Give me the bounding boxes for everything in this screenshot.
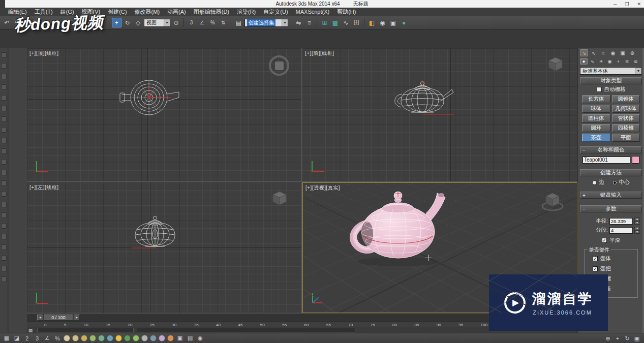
zoom-icon[interactable]: ⊕	[604, 334, 612, 342]
side-toolbar-icon[interactable]	[1, 244, 7, 250]
category-cameras-icon[interactable]: ◉	[606, 58, 614, 65]
side-toolbar-icon[interactable]	[1, 138, 7, 143]
viewcube-icon[interactable]	[541, 191, 564, 213]
side-toolbar-icon[interactable]	[1, 180, 7, 186]
isolate-selection-icon[interactable]: ▦	[3, 334, 11, 342]
snap-3d-icon[interactable]: 3	[33, 334, 41, 342]
shelf-tube-icon[interactable]	[98, 335, 105, 341]
tab-motion[interactable]: ◉	[609, 49, 617, 56]
part-body-checkbox[interactable]: ✓	[593, 256, 598, 261]
button-cylinder[interactable]: 圆柱体	[582, 114, 610, 122]
menu-animation[interactable]: 动画(A)	[167, 8, 186, 16]
viewport-label[interactable]: [+][透视][真实]	[305, 184, 340, 192]
rollout-header[interactable]: −参数	[580, 205, 642, 212]
tab-display[interactable]: ▣	[619, 49, 627, 56]
viewport-label[interactable]: [+][左][线框]	[29, 184, 59, 191]
rollout-header[interactable]: +键盘输入	[580, 192, 642, 199]
tab-modify[interactable]: ∿	[590, 49, 598, 56]
select-and-move-icon[interactable]: +	[112, 18, 121, 27]
tab-create[interactable]: ↘	[580, 49, 588, 56]
curve-editor-icon[interactable]: ∿	[341, 18, 351, 27]
viewcube-icon[interactable]	[271, 191, 288, 208]
pan-icon[interactable]: +	[614, 334, 622, 342]
side-toolbar-icon[interactable]	[1, 52, 7, 58]
side-toolbar-icon[interactable]	[1, 223, 7, 229]
named-selection-sets-dropdown[interactable]: 创建选择集 ▼	[244, 19, 288, 27]
autogrid-checkbox[interactable]	[597, 87, 602, 92]
render-production-icon[interactable]: ●	[399, 18, 409, 27]
category-lights-icon[interactable]: ☀	[597, 58, 605, 65]
teapot-object[interactable]	[393, 80, 457, 118]
render-setup-icon[interactable]: ◉	[378, 18, 387, 27]
side-toolbar-icon[interactable]	[1, 266, 7, 271]
spinner-snap-icon[interactable]: ⇅	[219, 18, 228, 27]
primitive-category-dropdown[interactable]: 标准基本体 ▼	[580, 67, 642, 75]
button-plane[interactable]: 平面	[612, 134, 640, 142]
menu-create[interactable]: 创建(C)	[108, 8, 127, 16]
radio-edge[interactable]: 边	[592, 179, 604, 186]
side-toolbar-icon[interactable]	[1, 116, 7, 122]
shelf-water-icon[interactable]	[150, 335, 157, 341]
side-toolbar-icon[interactable]	[1, 63, 7, 69]
shelf-teapot-icon[interactable]	[167, 335, 174, 341]
side-toolbar-icon[interactable]	[1, 234, 7, 239]
side-toolbar-icon[interactable]	[1, 106, 7, 111]
angle-snap-icon[interactable]: ∠	[197, 18, 207, 27]
schematic-view-icon[interactable]: 田	[352, 18, 361, 27]
menu-help[interactable]: 帮助(H)	[337, 8, 356, 16]
shelf-cylinder-icon[interactable]	[89, 335, 96, 341]
snap-2d-icon[interactable]: 2	[23, 334, 31, 342]
tab-utilities[interactable]: ⊛	[628, 49, 636, 56]
shelf-tree-icon[interactable]	[124, 335, 131, 341]
viewcube-icon[interactable]	[269, 55, 289, 76]
maximize-viewport-icon[interactable]: ▣	[633, 334, 641, 342]
app-menu-stub[interactable]	[0, 0, 5, 8]
viewport-label[interactable]: [+][前][线框]	[305, 50, 334, 57]
keyboard-entry-icon[interactable]: ▤	[186, 334, 194, 342]
menu-maxscript[interactable]: MAXScript(X)	[296, 9, 330, 15]
side-toolbar-icon[interactable]	[1, 191, 7, 197]
next-frame-button[interactable]: ▸	[74, 315, 80, 321]
side-toolbar-icon[interactable]	[1, 148, 7, 154]
rollout-header[interactable]: −名称和颜色	[580, 146, 642, 153]
orbit-icon[interactable]: ↻	[623, 334, 631, 342]
lock-selection-icon[interactable]: ◪	[13, 334, 21, 342]
button-sphere[interactable]: 球体	[582, 105, 610, 113]
button-geosphere[interactable]: 几何球体	[612, 105, 640, 113]
angle-snap-icon[interactable]: ∠	[43, 334, 51, 342]
previous-frame-button[interactable]: ◂	[37, 315, 43, 321]
shelf-geosphere-icon[interactable]	[81, 335, 87, 341]
maximize-button[interactable]: ❐	[625, 2, 629, 7]
radio-center[interactable]: 中心	[612, 179, 630, 186]
percent-snap-icon[interactable]: %	[208, 18, 218, 27]
button-box[interactable]: 长方体	[582, 95, 610, 103]
category-systems-icon[interactable]: ⊚	[632, 58, 639, 65]
category-geometry-icon[interactable]: ●	[580, 58, 588, 65]
category-helpers-icon[interactable]: +	[615, 58, 622, 65]
button-tube[interactable]: 管状体	[612, 114, 640, 122]
button-teapot[interactable]: 茶壶	[582, 134, 610, 142]
undo-icon[interactable]: ↶	[2, 18, 12, 27]
percent-snap-icon[interactable]: %	[53, 334, 62, 342]
side-toolbar-icon[interactable]	[1, 127, 7, 133]
edit-named-sets-icon[interactable]: ▤	[234, 18, 243, 27]
shelf-cone-icon[interactable]	[72, 335, 79, 341]
layer-manager-icon[interactable]: ⊞	[320, 18, 329, 27]
shelf-flower-icon[interactable]	[159, 335, 165, 341]
side-toolbar-icon[interactable]	[1, 74, 7, 79]
viewport-label[interactable]: [+][顶][线框]	[29, 50, 59, 57]
display-panel-icon[interactable]: ▣	[176, 334, 184, 342]
viewport-front[interactable]: [+][前][线框]	[302, 48, 577, 181]
graphite-ribbon-icon[interactable]: ▩	[330, 18, 340, 27]
side-toolbar-icon[interactable]	[1, 255, 7, 261]
rendered-frame-icon[interactable]: ▣	[388, 18, 398, 27]
shelf-sphere-icon[interactable]	[64, 335, 70, 341]
category-spacewarps-icon[interactable]: ≋	[623, 58, 631, 65]
object-color-swatch[interactable]	[632, 156, 639, 164]
viewport-left[interactable]: [+][左][线框]	[27, 182, 301, 313]
side-toolbar-icon[interactable]	[1, 84, 7, 90]
side-toolbar-icon[interactable]	[1, 170, 7, 175]
menu-rendering[interactable]: 渲染(R)	[237, 8, 256, 16]
shelf-torus-icon[interactable]	[107, 335, 113, 341]
side-toolbar-icon[interactable]	[1, 95, 7, 101]
